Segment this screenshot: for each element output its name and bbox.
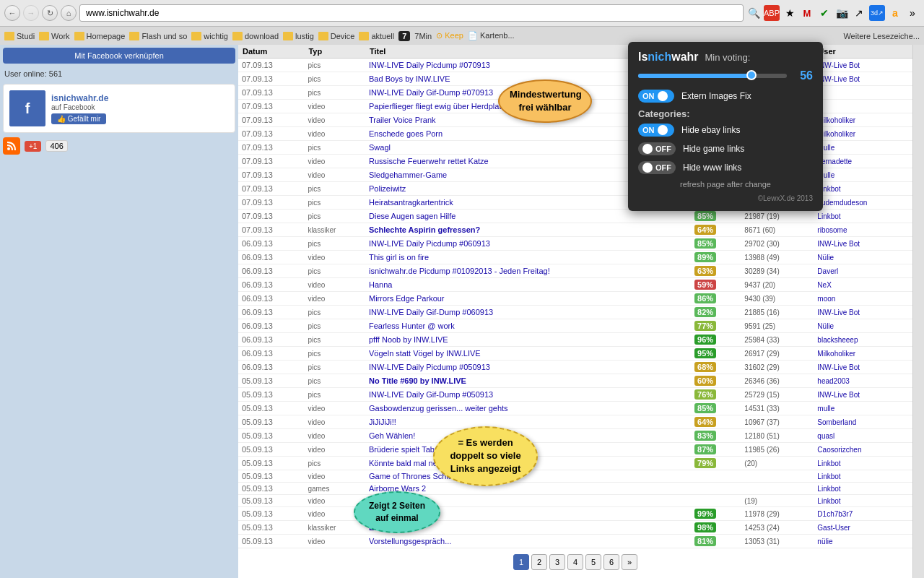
row-user[interactable]: Nülie	[814, 251, 912, 264]
abp-icon[interactable]: ABP	[764, 5, 780, 21]
row-title[interactable]: Diese Augen sagen Hilfe	[365, 210, 691, 223]
bookmark-7min[interactable]: 7	[398, 31, 410, 41]
row-title[interactable]: isnichwahr.de Picdump #01092013 - Jeden …	[365, 264, 691, 278]
star-icon[interactable]: ★	[783, 6, 797, 20]
row-title[interactable]: Vögeln statt Vögel by INW.LIVE	[365, 347, 691, 361]
toggle-game[interactable]: OFF	[638, 142, 676, 155]
row-title[interactable]: Hanna	[365, 278, 691, 292]
page-btn[interactable]: 6	[603, 554, 619, 570]
row-user[interactable]: moon	[814, 292, 912, 306]
slider-track[interactable]	[638, 74, 787, 78]
row-title[interactable]: INW-LIVE Daily Gif-Dump #060913	[365, 306, 691, 319]
row-user[interactable]: INW-Live Bot	[814, 306, 912, 319]
row-user[interactable]: head2003	[814, 374, 912, 388]
row-user[interactable]: mulle	[814, 168, 912, 182]
checkmark-icon[interactable]: ✔	[817, 6, 832, 20]
bookmark-studi[interactable]: Studi	[4, 32, 35, 40]
toggle-www[interactable]: OFF	[638, 161, 676, 174]
row-title[interactable]: Gasbowdenzug gerissen... weiter gehts	[365, 402, 691, 415]
row-title[interactable]: This girl is on fire	[365, 251, 691, 264]
row-user[interactable]: bernadette	[814, 155, 912, 168]
row-user[interactable]: Milkoholiker	[814, 127, 912, 141]
row-user[interactable]: Daverl	[814, 264, 912, 278]
rss-icon[interactable]	[3, 137, 20, 155]
row-user[interactable]: mulle	[814, 402, 912, 415]
page-btn-active[interactable]: 1	[513, 554, 529, 570]
row-user[interactable]: Linkbot	[814, 457, 912, 470]
address-bar[interactable]	[79, 4, 744, 22]
bookmark-device[interactable]: Device	[318, 32, 355, 40]
row-title[interactable]: Mirrors Edge Parkour	[365, 292, 691, 306]
row-user[interactable]: dudemdudeson	[814, 196, 912, 210]
page-btn[interactable]: »	[622, 554, 637, 570]
row-user[interactable]: Caosorizchen	[814, 443, 912, 457]
bookmark-flash[interactable]: Flash und so	[129, 32, 187, 40]
fb-connect-button[interactable]: Mit Facebook verknüpfen	[3, 48, 235, 64]
row-user[interactable]: Gast-User	[814, 521, 912, 535]
row-title[interactable]: No Title #690 by INW.LIVE	[365, 374, 691, 388]
row-title[interactable]: JiJiJiJi!!	[365, 415, 691, 429]
bookmark-kartenb[interactable]: 📄 Kartenb...	[468, 31, 515, 40]
row-user[interactable]: Linkbot	[814, 470, 912, 483]
row-title[interactable]: Schlechte Aspirin gefressen?	[365, 223, 691, 237]
bookmark-homepage[interactable]: Homepage	[74, 32, 126, 40]
share-icon[interactable]: ↗	[852, 6, 866, 20]
row-user[interactable]: Milkoholiker	[814, 347, 912, 361]
row-title[interactable]: Vorstellungsgespräch...	[365, 535, 691, 548]
row-user[interactable]: nülie	[814, 535, 912, 548]
row-user[interactable]: INW-Live Bot	[814, 72, 912, 86]
row-user[interactable]: blacksheeep	[814, 333, 912, 347]
row-user[interactable]: INW-Live Bot	[814, 59, 912, 72]
page-btn[interactable]: 4	[567, 554, 583, 570]
toggle-extern-images[interactable]: ON	[638, 90, 674, 103]
row-user[interactable]: Linkbot	[814, 182, 912, 196]
row-user[interactable]: D1ch7b3r7	[814, 507, 912, 521]
gplus-button[interactable]: +1	[25, 141, 41, 152]
page-btn[interactable]: 5	[585, 554, 601, 570]
row-user[interactable]: INW-Live Bot	[814, 237, 912, 251]
row-user[interactable]: Linkbot	[814, 210, 912, 223]
row-user[interactable]: mulle	[814, 141, 912, 155]
bookmark-work[interactable]: Work	[39, 32, 69, 40]
bookmark-download[interactable]: download	[232, 32, 279, 40]
row-title[interactable]: INW-LIVE Daily Picdump #060913	[365, 237, 691, 251]
more-icon[interactable]: »	[905, 6, 920, 20]
bookmark-aktuell[interactable]: aktuell	[359, 32, 394, 40]
toggle-ebay[interactable]: ON	[638, 124, 674, 137]
bookmark-7min-label[interactable]: 7Min	[414, 32, 432, 40]
page-btn[interactable]: 3	[549, 554, 565, 570]
gmail-icon[interactable]: M	[800, 6, 814, 20]
scrollbar[interactable]	[912, 45, 924, 578]
row-user[interactable]	[814, 100, 912, 113]
page-btn[interactable]: 2	[531, 554, 547, 570]
fb-page-name[interactable]: isnichwahr.de	[51, 93, 108, 103]
bookmark-keep[interactable]: ⊙ Keep	[436, 31, 463, 40]
bookmark-more[interactable]: Weitere Lesezeiche...	[843, 32, 920, 40]
bookmark-lustig[interactable]: lustig	[283, 32, 314, 40]
row-user[interactable]: INW-Live Bot	[814, 388, 912, 402]
forward-button[interactable]: →	[23, 5, 39, 21]
row-user[interactable]: INW-Live Bot	[814, 361, 912, 374]
slider-thumb[interactable]	[746, 70, 757, 80]
row-user[interactable]: ribosome	[814, 223, 912, 237]
row-user[interactable]: NeX	[814, 278, 912, 292]
row-user[interactable]: Linkbot	[814, 483, 912, 495]
row-title[interactable]: Fearless Hunter @ work	[365, 319, 691, 333]
ext1-icon[interactable]: 3d↗	[869, 5, 885, 21]
row-title[interactable]: pfff Noob by INW.LIVE	[365, 333, 691, 347]
fb-like-button[interactable]: 👍 Gefällt mir	[51, 113, 106, 124]
row-user[interactable]: Milkoholiker	[814, 113, 912, 127]
bookmark-wichtig[interactable]: wichtig	[191, 32, 228, 40]
amazon-icon[interactable]: a	[888, 6, 902, 20]
row-user[interactable]: quasl	[814, 429, 912, 443]
search-icon[interactable]: 🔍	[746, 6, 761, 20]
row-user[interactable]: Linkbot	[814, 495, 912, 507]
home-button[interactable]: ⌂	[61, 5, 77, 21]
row-user[interactable]	[814, 86, 912, 100]
row-user[interactable]: Nülie	[814, 319, 912, 333]
back-button[interactable]: ←	[4, 5, 20, 21]
refresh-button[interactable]: ↻	[42, 5, 58, 21]
row-title[interactable]: INW-LIVE Daily Picdump #050913	[365, 361, 691, 374]
row-title[interactable]: INW-LIVE Daily Gif-Dump #050913	[365, 388, 691, 402]
row-user[interactable]: Somberland	[814, 415, 912, 429]
